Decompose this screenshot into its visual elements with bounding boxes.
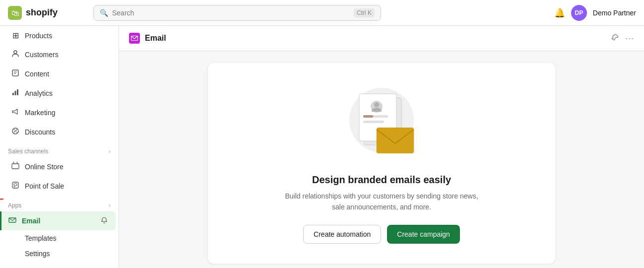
sidebar-item-marketing-label: Marketing [25, 109, 55, 117]
email-illustration [337, 83, 426, 162]
email-header-icon [129, 33, 140, 44]
sidebar-item-discounts[interactable]: Discounts [3, 123, 116, 141]
sidebar-item-customers-label: Customers [25, 51, 59, 59]
sidebar-item-app-settings-label: Settings [25, 250, 50, 258]
sidebar-item-templates[interactable]: Templates [3, 231, 116, 246]
expand-icon: › [109, 148, 111, 155]
sidebar-item-app-settings[interactable]: Settings [3, 246, 116, 261]
sidebar-item-email[interactable]: Email [0, 211, 116, 230]
svg-point-2 [14, 51, 17, 54]
svg-rect-15 [14, 184, 17, 186]
analytics-icon [11, 88, 20, 98]
search-input[interactable] [112, 9, 350, 17]
apps-label: Apps [8, 202, 21, 209]
main-content: Design branded emails easily Build relat… [119, 51, 644, 268]
main-layout: ⊞ Products Customers Content Analytics [0, 26, 644, 268]
topbar: 🛍 shopify 🔍 Ctrl K 🔔 DP Demo Partner [0, 0, 644, 26]
email-bell-icon[interactable] [101, 217, 108, 225]
content-header: Email ··· [119, 26, 644, 51]
sidebar-item-products-label: Products [25, 32, 52, 40]
sidebar-item-content-label: Content [25, 70, 49, 78]
shopify-logo-icon: 🛍 [8, 6, 22, 20]
sidebar-item-analytics[interactable]: Analytics [3, 84, 116, 103]
svg-rect-14 [12, 182, 18, 188]
marketing-icon [11, 108, 20, 118]
card-desc: Build relationships with your customers … [232, 191, 531, 213]
sidebar-item-settings[interactable]: Settings [3, 265, 116, 268]
sidebar-item-templates-label: Templates [25, 234, 57, 242]
content-header-right: ··· [611, 33, 634, 44]
card-desc-part2: sale announcements, and more. [332, 203, 431, 211]
content-area: Email ··· [119, 26, 644, 268]
products-icon: ⊞ [11, 31, 20, 40]
apps-section: Apps › [0, 196, 119, 211]
content-header-left: Email [129, 33, 166, 44]
sidebar-item-online-store-label: Online Store [25, 163, 64, 171]
sidebar-item-discounts-label: Discounts [25, 128, 55, 136]
email-svg-illustration [337, 83, 426, 162]
svg-point-12 [16, 132, 17, 133]
svg-rect-30 [363, 121, 384, 123]
sidebar-item-analytics-label: Analytics [25, 89, 53, 97]
search-bar[interactable]: 🔍 Ctrl K [93, 5, 381, 21]
svg-rect-32 [377, 128, 414, 153]
sidebar-item-pos-label: Point of Sale [25, 182, 64, 190]
apps-expand-icon: › [109, 202, 111, 209]
more-icon[interactable]: ··· [625, 33, 634, 44]
topbar-right: 🔔 DP Demo Partner [554, 5, 636, 21]
sidebar-item-marketing[interactable]: Marketing [3, 103, 116, 122]
sidebar-item-content[interactable]: Content [3, 65, 116, 83]
card-actions: Create automation Create campaign [232, 225, 531, 244]
create-automation-button[interactable]: Create automation [303, 225, 381, 244]
sidebar-item-products[interactable]: ⊞ Products [3, 26, 116, 45]
avatar: DP [571, 5, 587, 21]
sidebar-item-pos[interactable]: Point of Sale [3, 177, 116, 196]
search-icon: 🔍 [100, 9, 108, 17]
customers-icon [11, 50, 20, 60]
svg-rect-7 [15, 91, 16, 95]
logo-area: 🛍 shopify [8, 6, 87, 20]
sales-channels-section: Sales channels › [0, 142, 119, 157]
create-campaign-button[interactable]: Create campaign [387, 225, 460, 244]
email-icon [8, 216, 17, 226]
svg-point-28 [374, 102, 379, 107]
logo-text: shopify [26, 7, 58, 18]
online-store-icon [11, 162, 20, 172]
user-name: Demo Partner [593, 9, 636, 17]
pin-icon[interactable] [611, 33, 619, 43]
search-shortcut: Ctrl K [354, 8, 375, 17]
sidebar-item-online-store[interactable]: Online Store [3, 157, 116, 176]
svg-rect-6 [12, 93, 14, 95]
discounts-icon [11, 127, 20, 137]
card-desc-part1: Build relationships with your customers … [285, 192, 478, 200]
red-arrow-annotation [0, 197, 8, 224]
pos-icon [11, 181, 20, 191]
svg-rect-3 [12, 70, 18, 76]
bell-icon[interactable]: 🔔 [554, 7, 565, 18]
content-title: Email [145, 34, 166, 43]
svg-rect-31 [363, 115, 373, 118]
svg-rect-13 [12, 164, 19, 169]
sales-channels-label: Sales channels [8, 148, 48, 155]
email-card: Design branded emails easily Build relat… [208, 63, 555, 264]
sidebar-item-email-label: Email [22, 217, 40, 225]
svg-point-11 [14, 130, 15, 131]
svg-text:🛍: 🛍 [11, 9, 19, 17]
content-icon [11, 69, 20, 79]
svg-rect-8 [17, 89, 18, 95]
sidebar-item-customers[interactable]: Customers [3, 45, 116, 64]
card-title: Design branded emails easily [232, 174, 531, 186]
sidebar: ⊞ Products Customers Content Analytics [0, 26, 119, 268]
